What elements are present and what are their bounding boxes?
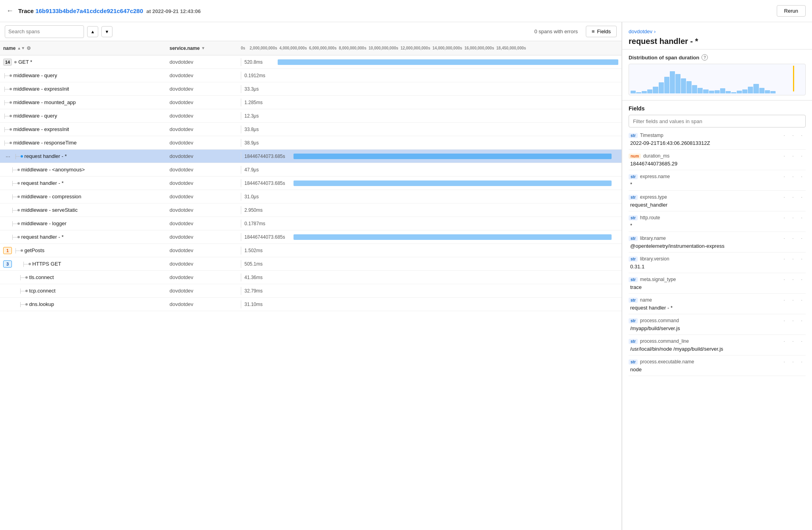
field-action-btn[interactable]: · [789, 337, 797, 345]
field-action-btn[interactable]: · [789, 317, 797, 325]
table-row[interactable]: ├─request handler - *dovdotdev1844674407… [0, 230, 621, 244]
timeline-separator [241, 193, 241, 201]
span-timeline-col: 31.0μs [241, 190, 618, 203]
field-action-btn[interactable]: · [798, 234, 806, 242]
table-row[interactable]: ├─middleware - querydovdotdev12.3μs [0, 109, 621, 123]
field-action-btn[interactable]: · [789, 255, 797, 263]
field-action-btn[interactable]: · [798, 358, 806, 366]
field-action-btn[interactable]: · [798, 275, 806, 283]
field-action-btn[interactable]: · [780, 173, 788, 180]
timeline-separator [241, 233, 241, 241]
field-action-btn[interactable]: · [789, 214, 797, 222]
timeline-separator [241, 72, 241, 80]
field-action-btn[interactable]: · [798, 317, 806, 325]
service-col-header[interactable]: service.name ▼ [170, 46, 241, 51]
table-row[interactable]: ├─request handler - *dovdotdev1844674407… [0, 177, 621, 190]
field-type-badge: str [629, 195, 638, 200]
span-name-col: ├─request handler - * [3, 180, 170, 186]
field-divider [629, 170, 806, 170]
table-row[interactable]: ├─middleware - loggerdovdotdev0.1787ms [0, 217, 621, 230]
table-row[interactable]: ├─middleware - responseTimedovdotdev38.9… [0, 136, 621, 150]
name-col-header[interactable]: name ▲▼ ⚙ [3, 46, 170, 51]
table-row[interactable]: ├─dns.lookupdovdotdev31.10ms [0, 298, 621, 311]
breadcrumb-parent[interactable]: dovdotdev [629, 28, 652, 34]
table-row[interactable]: 14GET *dovdotdev520.8ms [0, 55, 621, 69]
field-action-btn[interactable]: · [780, 296, 788, 304]
table-row[interactable]: 3├─HTTPS GETdovdotdev505.1ms [0, 257, 621, 271]
span-name-text: middleware - serveStatic [21, 207, 78, 213]
field-action-btn[interactable]: · [780, 337, 788, 345]
table-row[interactable]: ├─middleware - expressInitdovdotdev33.3μ… [0, 82, 621, 96]
span-count-badge: 3 [3, 260, 12, 268]
table-row[interactable]: ├─middleware - expressInitdovdotdev33.8μ… [0, 123, 621, 136]
field-action-btn[interactable]: · [789, 173, 797, 180]
field-action-btn[interactable]: · [798, 173, 806, 180]
table-row[interactable]: ├─middleware - mounted_appdovdotdev1.285… [0, 96, 621, 109]
field-action-btn[interactable]: · [798, 255, 806, 263]
field-action-btn[interactable]: · [780, 131, 788, 139]
span-name-col: ├─middleware - logger [3, 220, 170, 226]
field-key: process.command [640, 318, 778, 323]
span-duration: 47.9μs [244, 167, 276, 173]
span-service-col: dovdotdev [170, 126, 241, 132]
field-action-btn[interactable]: · [780, 358, 788, 366]
span-dot [17, 236, 20, 238]
field-action-btn[interactable]: · [798, 337, 806, 345]
field-action-btn[interactable]: · [789, 131, 797, 139]
field-action-btn[interactable]: · [789, 193, 797, 201]
table-row[interactable]: ├─middleware - serveStaticdovdotdev2.950… [0, 203, 621, 217]
span-service-col: dovdotdev [170, 99, 241, 105]
span-rows: 14GET *dovdotdev520.8ms├─middleware - qu… [0, 55, 621, 530]
field-actions: ··· [780, 255, 806, 263]
span-timeline-col: 41.36ms [241, 271, 618, 284]
search-input[interactable] [5, 25, 84, 38]
prev-span-button[interactable]: ▲ [87, 26, 98, 37]
back-button[interactable]: ← [6, 7, 13, 15]
field-action-btn[interactable]: · [798, 152, 806, 160]
field-action-btn[interactable]: · [789, 275, 797, 283]
dist-info-icon[interactable]: ? [701, 54, 708, 61]
fields-button[interactable]: ≡ Fields [586, 26, 617, 37]
sort-icon: ▲▼ [17, 46, 25, 50]
span-timeline-col: 47.9μs [241, 163, 618, 176]
span-duration: 18446744073.685s [244, 154, 285, 159]
fields-list: strTimestamp···2022-09-21T16:43:06.26081… [629, 131, 806, 376]
next-span-button[interactable]: ▼ [101, 26, 112, 37]
more-options-icon[interactable]: ··· [3, 152, 13, 161]
trace-time: at 2022-09-21 12:43:06 [146, 8, 200, 14]
rerun-button[interactable]: Rerun [777, 5, 806, 17]
span-name-text: middleware - query [13, 72, 57, 78]
field-action-btn[interactable]: · [780, 214, 788, 222]
breadcrumb: dovdotdev › [629, 28, 806, 34]
field-action-btn[interactable]: · [789, 152, 797, 160]
filter-icon[interactable]: ⚙ [27, 46, 31, 51]
field-action-btn[interactable]: · [780, 234, 788, 242]
field-action-btn[interactable]: · [780, 275, 788, 283]
field-action-btn[interactable]: · [780, 152, 788, 160]
field-action-btn[interactable]: · [798, 214, 806, 222]
fields-filter-input[interactable] [629, 115, 806, 127]
table-row[interactable]: ···├─request handler - *dovdotdev1844674… [0, 150, 621, 163]
field-action-btn[interactable]: · [780, 255, 788, 263]
field-action-btn[interactable]: · [780, 193, 788, 201]
field-action-btn[interactable]: · [789, 358, 797, 366]
table-row[interactable]: 1├─getPostsdovdotdev1.502ms [0, 244, 621, 257]
field-type-badge: str [629, 318, 638, 323]
table-row[interactable]: ├─middleware - compressiondovdotdev31.0μ… [0, 190, 621, 203]
field-item: strprocess.command···/myapp/build/server… [629, 317, 806, 331]
field-action-btn[interactable]: · [798, 131, 806, 139]
span-dot [25, 303, 28, 306]
span-duration: 41.36ms [244, 275, 276, 280]
field-action-btn[interactable]: · [789, 234, 797, 242]
field-action-btn[interactable]: · [798, 193, 806, 201]
table-row[interactable]: ├─tls.connectdovdotdev41.36ms [0, 271, 621, 284]
field-key: Timestamp [640, 133, 778, 138]
field-action-btn[interactable]: · [798, 296, 806, 304]
field-action-btn[interactable]: · [789, 296, 797, 304]
field-action-btn[interactable]: · [780, 317, 788, 325]
table-row[interactable]: ├─middleware - querydovdotdev0.1912ms [0, 69, 621, 82]
field-type-badge: num [629, 154, 641, 159]
table-row[interactable]: ├─middleware - <anonymous>dovdotdev47.9μ… [0, 163, 621, 177]
table-row[interactable]: ├─tcp.connectdovdotdev32.79ms [0, 284, 621, 298]
field-item: strprocess.executable.name···node [629, 358, 806, 372]
